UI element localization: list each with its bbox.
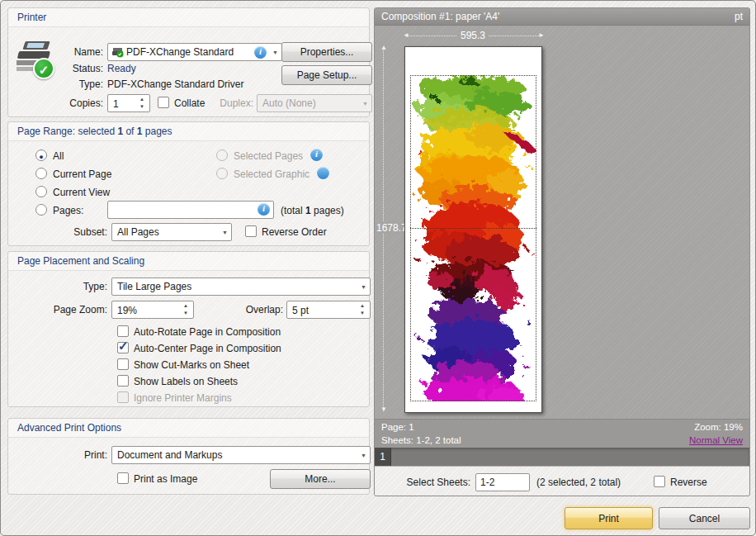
pages-info-icon[interactable]: i	[258, 203, 270, 216]
spin-up-icon[interactable]: ▲	[358, 302, 366, 310]
badge-check-glyph: ✓	[39, 63, 50, 77]
composition-panel: Composition #1: paper 'A4' pt ◄ ► 595.3 …	[374, 7, 750, 496]
overlap-value: 5 pt	[292, 302, 309, 319]
print-dialog: { "icons": { "dropdown_arrow": "▼", "spi…	[0, 0, 756, 536]
printer-type-value: PDF-XChange Standard Driver	[107, 78, 243, 90]
normal-view-link[interactable]: Normal View	[689, 435, 743, 445]
select-sheets-input[interactable]	[475, 473, 530, 491]
page-zoom-spin-icons[interactable]: ▲▼	[182, 302, 190, 317]
selected-pages-info-icon[interactable]: i	[310, 149, 323, 161]
page-zoom-stepper[interactable]: 19% ▲▼	[111, 301, 194, 319]
labels-checkbox[interactable]	[117, 375, 129, 387]
advanced-group: Advanced Print Options Print: Document a…	[7, 418, 370, 495]
radio-selected-graphic	[216, 168, 228, 179]
radio-selected-pages	[216, 149, 228, 161]
copies-value: 1	[113, 96, 119, 112]
printer-status-value: Ready	[107, 63, 136, 74]
printer-type-label: Type:	[54, 78, 103, 90]
cut-marks-checkbox[interactable]	[117, 358, 129, 370]
overlap-spin-icons[interactable]: ▲▼	[358, 302, 366, 317]
sheet-strip[interactable]: 1	[375, 448, 749, 466]
subset-value: All Pages	[117, 226, 159, 238]
page-content-bounds	[410, 75, 536, 401]
radio-selected-pages-label: Selected Pages	[234, 150, 303, 162]
placement-group-title: Page Placement and Scaling	[8, 252, 369, 271]
collate-label[interactable]: Collate	[174, 97, 205, 109]
status-zoom: Zoom: 19%	[694, 422, 743, 432]
radio-all[interactable]: ●	[35, 149, 47, 161]
auto-rotate-label[interactable]: Auto-Rotate Page in Composition	[134, 326, 281, 338]
page-range-title-mid: of	[123, 126, 137, 137]
selected-graphic-info-icon[interactable]	[317, 167, 329, 179]
page-range-group: Page Range: selected 1 of 1 pages ● All …	[7, 121, 370, 246]
radio-all-dot: ●	[39, 153, 43, 161]
auto-rotate-checkbox[interactable]	[117, 325, 129, 337]
sheet-tab-1[interactable]: 1	[375, 448, 391, 466]
auto-center-check-glyph: ✓	[118, 339, 129, 353]
radio-pages-label[interactable]: Pages:	[53, 205, 83, 216]
cut-marks-label[interactable]: Show Cut-Marks on Sheet	[134, 359, 249, 371]
pages-input[interactable]	[107, 201, 274, 219]
spin-up-icon[interactable]: ▲	[138, 96, 146, 103]
printer-status-label: Status:	[54, 63, 103, 74]
preview-page[interactable]	[404, 46, 542, 413]
subset-label: Subset:	[58, 226, 107, 238]
select-sheets-label: Select Sheets:	[390, 477, 470, 488]
properties-button[interactable]: Properties...	[281, 42, 372, 62]
copies-stepper[interactable]: 1 ▲▼	[107, 94, 150, 112]
total-pages-count: 1	[305, 205, 311, 216]
radio-current-page-label[interactable]: Current Page	[53, 168, 111, 180]
overlap-stepper[interactable]: 5 pt ▲▼	[286, 301, 371, 319]
page-setup-button[interactable]: Page Setup...	[281, 65, 372, 85]
select-sheets-row: Select Sheets: (2 selected, 2 total) Rev…	[375, 466, 749, 496]
placement-type-select[interactable]: Tile Large Pages ▼	[111, 277, 371, 296]
reverse-order-checkbox[interactable]	[245, 225, 257, 237]
copies-spin-icons[interactable]: ▲▼	[138, 96, 146, 111]
info-glyph: i	[259, 46, 262, 56]
duplex-select: Auto (None) ▼	[257, 94, 372, 112]
spin-down-icon[interactable]: ▼	[138, 103, 146, 111]
duplex-label: Duplex:	[204, 97, 253, 109]
reverse-checkbox[interactable]	[654, 476, 665, 487]
spin-up-icon[interactable]: ▲	[182, 302, 190, 310]
tile-split-line	[410, 228, 536, 229]
print-as-image-label[interactable]: Print as Image	[134, 473, 197, 485]
composition-title: Composition #1: paper 'A4'	[381, 8, 499, 26]
subset-select[interactable]: All Pages ▼	[111, 223, 232, 241]
overlap-label: Overlap:	[234, 304, 283, 315]
more-button[interactable]: More...	[270, 469, 371, 489]
auto-center-label[interactable]: Auto-Center Page in Composition	[134, 343, 281, 354]
info-glyph: i	[315, 149, 318, 159]
radio-selected-graphic-label: Selected Graphic	[234, 168, 309, 180]
total-pages-suffix: pages)	[311, 205, 344, 216]
ruler-right-arrow-icon: ►	[538, 32, 545, 39]
page-zoom-label: Page Zoom:	[41, 304, 107, 315]
advanced-print-dropdown-icon: ▼	[361, 448, 366, 464]
auto-center-checkbox[interactable]: ✓	[117, 342, 129, 353]
labels-label[interactable]: Show Labels on Sheets	[134, 376, 238, 387]
composition-canvas[interactable]: ◄ ► 595.3 ▲ ▼ 1678.7	[375, 26, 749, 419]
radio-current-view[interactable]	[35, 186, 47, 197]
printer-name-select[interactable]: PDF-XChange Standard i ▼	[107, 43, 282, 61]
spin-down-icon[interactable]: ▼	[182, 310, 190, 317]
spin-down-icon[interactable]: ▼	[358, 310, 366, 317]
copies-label: Copies:	[54, 97, 103, 109]
duplex-value: Auto (None)	[262, 97, 316, 109]
advanced-print-select[interactable]: Document and Markups ▼	[111, 446, 371, 464]
radio-current-view-label[interactable]: Current View	[53, 187, 110, 198]
reverse-order-label[interactable]: Reverse Order	[262, 226, 327, 238]
reverse-label[interactable]: Reverse	[670, 477, 707, 488]
ruler-left-arrow-icon: ◄	[403, 32, 409, 39]
radio-current-page[interactable]	[35, 168, 47, 179]
radio-all-label[interactable]: All	[53, 150, 64, 162]
height-measure-label: 1678.7	[375, 222, 409, 234]
print-as-image-checkbox[interactable]	[117, 472, 129, 484]
cancel-button[interactable]: Cancel	[659, 507, 750, 529]
printer-ready-badge-icon: ✓	[33, 58, 54, 79]
radio-pages[interactable]	[35, 204, 47, 216]
composition-unit: pt	[735, 8, 743, 26]
printer-group: Printer ✓ Name: PDF-XChange Standard i ▼…	[7, 7, 370, 117]
print-button[interactable]: Print	[565, 507, 653, 529]
printer-info-icon[interactable]: i	[254, 46, 267, 59]
collate-checkbox[interactable]	[158, 97, 169, 108]
